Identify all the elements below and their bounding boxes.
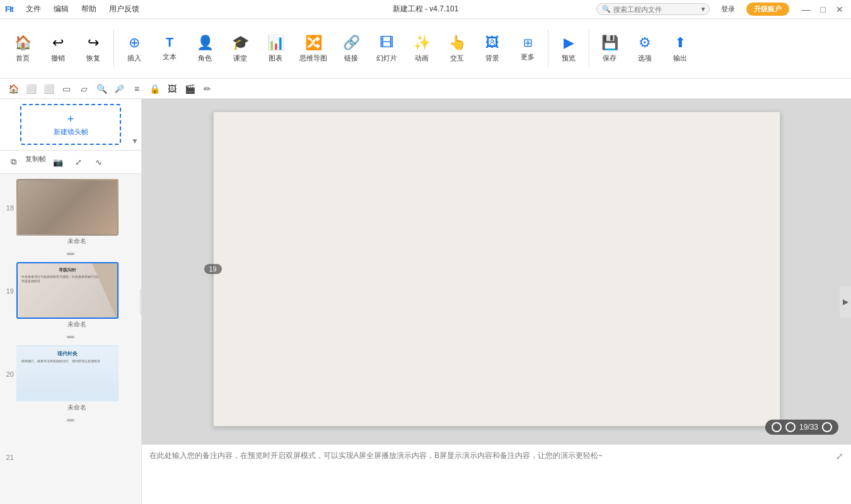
fullscreen-button[interactable]: ⤢ (70, 154, 86, 169)
toolbar-more[interactable]: ⊞ 更多 (510, 33, 545, 64)
link-icon: 🔗 (343, 35, 360, 51)
upgrade-button[interactable]: 升级账户 (746, 3, 789, 16)
export-icon: ⬆ (674, 35, 686, 51)
toolbar-save[interactable]: 💾 保存 (592, 32, 627, 66)
slide-time-19 (64, 331, 77, 343)
sec-media-btn[interactable]: 🎬 (182, 81, 198, 97)
toolbar-home[interactable]: 🏠 首页 (5, 32, 40, 66)
title-bar: FIt 文件 编辑 帮助 用户反馈 新建工程 - v4.7.101 🔍 ▼ 登录… (0, 0, 851, 19)
sec-box-btn[interactable]: ▭ (58, 81, 74, 97)
playback-play-btn[interactable] (785, 422, 796, 432)
slide-time-20 (64, 415, 77, 426)
new-frame-button[interactable]: + 新建镜头帧 (20, 104, 121, 145)
toolbar-preview[interactable]: ▶ 预览 (551, 32, 586, 66)
toolbar-text-label: 文本 (163, 52, 177, 62)
canvas-slide[interactable]: 19 (213, 112, 780, 427)
toolbar-mindmap[interactable]: 🔀 思维导图 (293, 32, 333, 66)
toolbar-export[interactable]: ⬆ 输出 (663, 32, 698, 66)
notes-expand-button[interactable]: ⤢ (836, 451, 843, 461)
window-controls: — □ ✕ (799, 4, 846, 14)
toolbar-animation-label: 动画 (415, 54, 429, 63)
toolbar-redo-label: 恢复 (86, 54, 100, 63)
copy-frame-button[interactable]: ⧉ (5, 154, 21, 169)
sec-lock-btn[interactable]: 🔒 (146, 81, 163, 97)
fullscreen-icon: ⤢ (75, 158, 82, 167)
slide-thumb-19: 寻医问针 针灸推拿理论与临床的研究与感悟；针灸推拿特效疗法的认识与研究或是感悟等 (16, 262, 119, 319)
toolbar-undo[interactable]: ↩ 撤销 (40, 32, 76, 66)
sec-zoom-out-btn[interactable]: 🔎 (111, 81, 127, 97)
search-box[interactable]: 🔍 ▼ (596, 3, 710, 15)
slide-item-18[interactable]: 18 未命名 (0, 176, 141, 248)
playback-count: 19/33 (799, 423, 818, 432)
toolbar-insert[interactable]: ⊕ 插入 (117, 32, 152, 66)
toolbar-role[interactable]: 👤 角色 (187, 32, 223, 66)
slide-number-21: 21 (4, 454, 14, 461)
toolbar-sep-1 (113, 30, 114, 67)
options-icon: ⚙ (639, 35, 651, 51)
toolbar-options[interactable]: ⚙ 选项 (627, 32, 663, 66)
panel-scroll-button[interactable]: ▼ (131, 137, 139, 146)
slide-item-20[interactable]: 20 现代针灸 特殊腧穴、推拿手法对疾病的治疗、现代研究以及感悟等 未命名 (0, 343, 141, 415)
toolbar-classroom-label: 课堂 (233, 54, 247, 63)
slide-panel: + 新建镜头帧 ▼ ⧉ 复制帧 📷 ⤢ ∿ 18 (0, 99, 142, 504)
sec-image-btn[interactable]: 🖼 (164, 81, 180, 97)
notes-textarea[interactable] (149, 450, 836, 472)
login-button[interactable]: 登录 (715, 3, 741, 16)
playback-skip-btn[interactable] (822, 422, 832, 432)
slide-number-20: 20 (4, 370, 14, 378)
mindmap-icon: 🔀 (305, 35, 322, 51)
sec-zoom-in-btn[interactable]: 🔍 (93, 81, 110, 97)
close-button[interactable]: ✕ (833, 4, 846, 14)
toolbar-slideshow[interactable]: 🎞 幻灯片 (369, 32, 404, 66)
right-panel-toggle[interactable]: ▶ (840, 286, 851, 318)
slide-time-18 (64, 248, 77, 260)
playback-record-btn[interactable] (772, 422, 782, 432)
copy-frame-icon: ⧉ (11, 157, 16, 167)
menu-file[interactable]: 文件 (21, 3, 46, 16)
sec-paste-btn[interactable]: ⬜ (40, 81, 57, 97)
slide-19-wrapper: 寻医问针 针灸推拿理论与临床的研究与感悟；针灸推拿特效疗法的认识与研究或是感悟等… (16, 262, 137, 329)
menu-edit[interactable]: 编辑 (49, 3, 74, 16)
toolbar-sep-2 (548, 30, 548, 67)
menu-feedback[interactable]: 用户反馈 (104, 3, 144, 16)
sec-home-btn[interactable]: 🏠 (5, 81, 21, 97)
toolbar-insert-label: 插入 (127, 54, 141, 63)
toolbar-role-label: 角色 (198, 54, 212, 63)
toolbar-link-label: 链接 (344, 54, 358, 63)
insert-icon: ⊕ (129, 35, 140, 51)
toolbar-classroom[interactable]: 🎓 课堂 (223, 32, 258, 66)
toolbar-slideshow-label: 幻灯片 (376, 54, 397, 63)
canvas-area: 19 19/33 ⤢ ▶ (142, 99, 851, 504)
slide-item-19[interactable]: 19 寻医问针 针灸推拿理论与临床的研究与感悟；针灸推拿特效疗法的认识与研究或是… (0, 260, 141, 331)
toolbar-animation[interactable]: ✨ 动画 (404, 32, 439, 66)
slide-actions: ⧉ 复制帧 📷 ⤢ ∿ (0, 151, 141, 174)
playback-controls: 19/33 (765, 420, 838, 435)
wave-button[interactable]: ∿ (90, 154, 107, 169)
toolbar-text[interactable]: T 文本 (152, 33, 187, 64)
sec-copy-btn[interactable]: ⬜ (23, 81, 39, 97)
search-dropdown-icon[interactable]: ▼ (700, 6, 707, 13)
toolbar-link[interactable]: 🔗 链接 (333, 32, 369, 66)
slide-21-wrapper (16, 428, 137, 454)
toolbar-save-label: 保存 (603, 54, 617, 63)
maximize-button[interactable]: □ (818, 4, 828, 14)
toolbar-chart-label: 图表 (269, 54, 282, 63)
sec-align-btn[interactable]: ≡ (129, 81, 145, 97)
toolbar-chart[interactable]: 📊 图表 (258, 32, 293, 66)
screenshot-button[interactable]: 📷 (50, 154, 66, 169)
copy-frame-label[interactable]: 复制帧 (25, 154, 46, 169)
slide-19-triangle (92, 263, 117, 319)
toolbar-background[interactable]: 🖼 背景 (475, 32, 510, 66)
sec-frame-btn[interactable]: ▱ (76, 81, 92, 97)
toolbar-interact[interactable]: 👆 交互 (439, 32, 475, 66)
toolbar-export-label: 输出 (673, 54, 687, 63)
menu-help[interactable]: 帮助 (76, 3, 101, 16)
toolbar-redo[interactable]: ↪ 恢复 (76, 32, 111, 66)
slide-18-wrapper: 未命名 (16, 179, 137, 246)
text-icon: T (166, 35, 173, 50)
slide-item-21[interactable]: 21 (0, 426, 141, 464)
new-frame-label: 新建镜头帧 (54, 127, 88, 137)
minimize-button[interactable]: — (799, 4, 813, 14)
sec-edit-btn[interactable]: ✏ (199, 81, 216, 97)
search-input[interactable] (613, 6, 700, 13)
